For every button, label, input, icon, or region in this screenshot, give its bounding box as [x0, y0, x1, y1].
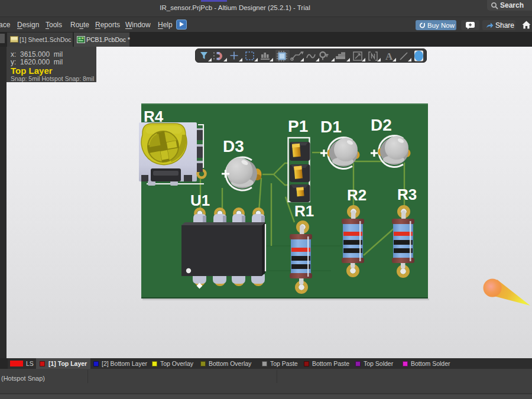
svg-text:D2: D2 — [371, 116, 392, 134]
svg-text:R1: R1 — [294, 202, 314, 220]
svg-text:R3: R3 — [397, 186, 417, 203]
svg-text:D1: D1 — [320, 118, 342, 136]
svg-text:A: A — [385, 51, 393, 62]
svg-text:D3: D3 — [223, 137, 244, 155]
svg-text:P1: P1 — [288, 117, 308, 135]
svg-text:R2: R2 — [347, 186, 366, 204]
svg-text:U1: U1 — [190, 192, 210, 209]
